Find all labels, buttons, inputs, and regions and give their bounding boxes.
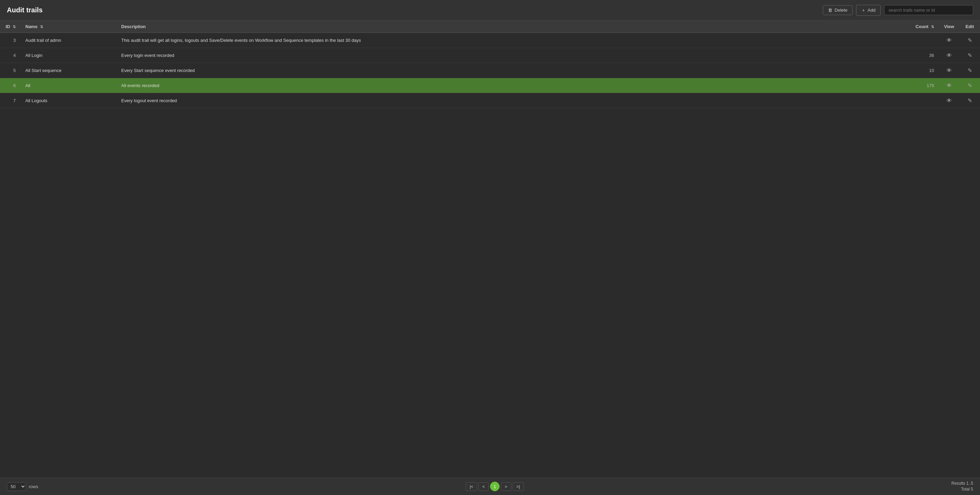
view-button[interactable]: 👁 bbox=[944, 37, 954, 44]
page-last-button[interactable]: >| bbox=[512, 482, 524, 491]
cell-view: 👁 bbox=[939, 33, 959, 48]
cell-name: All Login bbox=[21, 48, 116, 63]
view-button[interactable]: 👁 bbox=[944, 52, 954, 59]
cell-id: 6 bbox=[0, 78, 21, 93]
table-row[interactable]: 6AllAll events recorded175👁✎ bbox=[0, 78, 980, 93]
table-row[interactable]: 5All Start sequenceEvery Start sequence … bbox=[0, 63, 980, 78]
cell-description: Every logout event recorded bbox=[116, 93, 911, 108]
search-input[interactable] bbox=[884, 5, 973, 15]
cell-edit: ✎ bbox=[959, 48, 980, 63]
cell-count: 175 bbox=[911, 78, 939, 93]
rows-per-page-select[interactable]: 10 25 50 100 bbox=[7, 482, 26, 491]
cell-description: Every Start sequence event recorded bbox=[116, 63, 911, 78]
sort-icon-name: ⇅ bbox=[40, 25, 43, 29]
cell-view: 👁 bbox=[939, 93, 959, 108]
cell-description: Every login event recorded bbox=[116, 48, 911, 63]
table-row[interactable]: 3Audit trail of admnThis audit trail wil… bbox=[0, 33, 980, 48]
edit-button[interactable]: ✎ bbox=[966, 51, 974, 59]
cell-name: All Start sequence bbox=[21, 63, 116, 78]
cell-id: 7 bbox=[0, 93, 21, 108]
cell-id: 5 bbox=[0, 63, 21, 78]
results-range: Results 1..5 bbox=[951, 481, 973, 486]
header: Audit trails 🗑 Delete ＋ Add bbox=[0, 0, 980, 21]
edit-button[interactable]: ✎ bbox=[966, 81, 974, 89]
view-button[interactable]: 👁 bbox=[944, 67, 954, 74]
cell-id: 3 bbox=[0, 33, 21, 48]
page-title: Audit trails bbox=[7, 6, 43, 14]
cell-count bbox=[911, 93, 939, 108]
cell-edit: ✎ bbox=[959, 78, 980, 93]
add-button[interactable]: ＋ Add bbox=[856, 5, 881, 16]
cell-description: This audit trail will get all logins, lo… bbox=[116, 33, 911, 48]
cell-count: 10 bbox=[911, 63, 939, 78]
audit-trails-table: ID ⇅ Name ⇅ Description Count ⇅ View Edi… bbox=[0, 21, 980, 108]
table-row[interactable]: 4All LoginEvery login event recorded36👁✎ bbox=[0, 48, 980, 63]
col-header-count[interactable]: Count ⇅ bbox=[911, 21, 939, 33]
page-1-button[interactable]: 1 bbox=[490, 482, 500, 491]
plus-icon: ＋ bbox=[861, 7, 865, 13]
view-button[interactable]: 👁 bbox=[944, 82, 954, 89]
cell-count: 36 bbox=[911, 48, 939, 63]
cell-count bbox=[911, 33, 939, 48]
footer-left: 10 25 50 100 rows bbox=[7, 482, 38, 491]
col-header-edit: Edit bbox=[959, 21, 980, 33]
edit-button[interactable]: ✎ bbox=[966, 36, 974, 44]
cell-view: 👁 bbox=[939, 78, 959, 93]
edit-button[interactable]: ✎ bbox=[966, 67, 974, 74]
cell-view: 👁 bbox=[939, 63, 959, 78]
cell-name: All Logouts bbox=[21, 93, 116, 108]
footer-right: Results 1..5 Total 5 bbox=[951, 481, 973, 492]
cell-edit: ✎ bbox=[959, 33, 980, 48]
view-button[interactable]: 👁 bbox=[944, 97, 954, 105]
delete-label: Delete bbox=[834, 8, 848, 13]
footer: 10 25 50 100 rows |< < 1 > >| Results 1.… bbox=[0, 477, 980, 495]
header-actions: 🗑 Delete ＋ Add bbox=[823, 5, 973, 16]
table-body: 3Audit trail of admnThis audit trail wil… bbox=[0, 33, 980, 108]
cell-description: All events recorded bbox=[116, 78, 911, 93]
cell-id: 4 bbox=[0, 48, 21, 63]
cell-edit: ✎ bbox=[959, 93, 980, 108]
total-count: Total 5 bbox=[961, 486, 973, 492]
cell-view: 👁 bbox=[939, 48, 959, 63]
col-header-description[interactable]: Description bbox=[116, 21, 911, 33]
page-prev-button[interactable]: < bbox=[478, 482, 488, 491]
cell-name: Audit trail of admn bbox=[21, 33, 116, 48]
cell-name: All bbox=[21, 78, 116, 93]
pagination: |< < 1 > >| bbox=[466, 482, 523, 491]
table-row[interactable]: 7All LogoutsEvery logout event recorded👁… bbox=[0, 93, 980, 108]
page-first-button[interactable]: |< bbox=[466, 482, 477, 491]
sort-icon-id: ⇅ bbox=[13, 25, 16, 29]
delete-button[interactable]: 🗑 Delete bbox=[823, 5, 853, 15]
col-header-view: View bbox=[939, 21, 959, 33]
sort-icon-count: ⇅ bbox=[931, 25, 934, 29]
edit-button[interactable]: ✎ bbox=[966, 97, 974, 105]
col-header-id[interactable]: ID ⇅ bbox=[0, 21, 21, 33]
table-header: ID ⇅ Name ⇅ Description Count ⇅ View Edi… bbox=[0, 21, 980, 33]
cell-edit: ✎ bbox=[959, 63, 980, 78]
col-header-name[interactable]: Name ⇅ bbox=[21, 21, 116, 33]
page-next-button[interactable]: > bbox=[501, 482, 511, 491]
trash-icon: 🗑 bbox=[828, 8, 832, 13]
rows-label: rows bbox=[29, 484, 38, 489]
add-label: Add bbox=[868, 8, 875, 13]
table-container: ID ⇅ Name ⇅ Description Count ⇅ View Edi… bbox=[0, 21, 980, 477]
